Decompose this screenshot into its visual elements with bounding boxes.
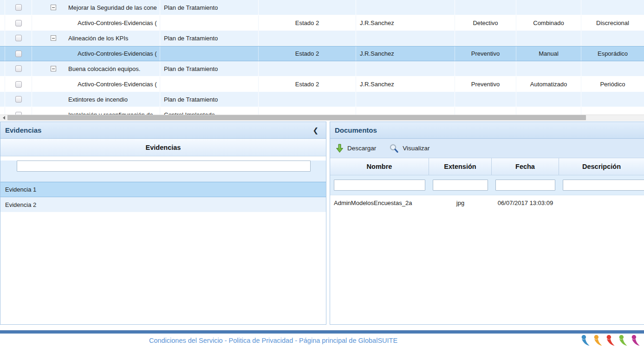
evidencia-label: Evidencia 1 — [5, 186, 36, 193]
row-name: Activo-Controles-Evidencias ( — [78, 19, 157, 26]
column-header-descripcion[interactable]: Descripción — [559, 158, 644, 175]
frecuencia-cell — [581, 107, 644, 115]
evidencia-label: Evidencia 2 — [5, 201, 36, 208]
evidencia-row-selected[interactable]: Evidencia 1 — [0, 182, 326, 197]
filter-cell — [429, 175, 492, 195]
tipo-cell — [516, 61, 581, 76]
plan-cell — [160, 15, 259, 31]
table-row[interactable]: Activo-Controles-Evidencias ( Estado 2 J… — [0, 77, 644, 92]
column-header-label: Evidencias — [146, 144, 181, 151]
visualizar-button[interactable]: Visualizar — [389, 144, 429, 153]
table-row[interactable]: Activo-Controles-Evidencias ( Estado 2 J… — [0, 15, 644, 31]
plan-cell: Plan de Tratamiento — [160, 0, 259, 15]
column-header-extension[interactable]: Extensión — [429, 158, 492, 175]
plan-cell: Plan de Tratamiento — [160, 61, 259, 76]
column-header-nombre[interactable]: Nombre — [330, 158, 429, 175]
filter-input-nombre[interactable] — [334, 180, 425, 191]
frecuencia-cell — [581, 61, 644, 76]
table-row[interactable]: Instalación y reconfiguración de Control… — [0, 107, 644, 115]
documentos-toolbar: Descargar Visualizar — [330, 139, 644, 158]
row-checkbox[interactable] — [15, 35, 22, 41]
tipo-cell — [516, 31, 581, 45]
download-arrow-icon — [336, 144, 344, 153]
naturaleza-cell — [455, 0, 516, 15]
table-row[interactable]: Buena colocación equipos. Plan de Tratam… — [0, 61, 644, 77]
documentos-panel: Documentos Descargar Visualizar Nombre E… — [330, 122, 644, 325]
evidencias-filter-input[interactable] — [17, 161, 311, 172]
row-checkbox[interactable] — [15, 96, 22, 103]
checkbox-cell — [5, 46, 32, 61]
naturaleza-cell: Detectivo — [455, 15, 516, 31]
row-margin — [0, 92, 5, 107]
globalsuite-figure-icon[interactable] — [593, 334, 603, 347]
row-checkbox[interactable] — [15, 4, 22, 11]
horizontal-scrollbar[interactable] — [0, 115, 644, 121]
descargar-label: Descargar — [347, 145, 376, 152]
footer-separator: - — [223, 337, 229, 344]
collapse-minus-icon[interactable] — [51, 5, 56, 10]
table-row[interactable]: Mejorar la Seguridad de las cone Plan de… — [0, 0, 644, 15]
responsable-cell — [356, 61, 455, 76]
row-name: Activo-Controles-Evidencias ( — [78, 81, 157, 88]
row-checkbox[interactable] — [15, 51, 22, 57]
table-row-selected[interactable]: Activo-Controles-Evidencias ( Estado 2 J… — [0, 46, 644, 61]
frecuencia-cell — [581, 92, 644, 107]
tipo-cell — [516, 92, 581, 107]
name-cell: Activo-Controles-Evidencias ( — [32, 15, 160, 31]
documento-row[interactable]: AdminModelosEncuestas_2a jpg 06/07/2017 … — [330, 195, 644, 211]
globalsuite-figure-icon[interactable] — [618, 334, 628, 347]
filter-cell — [492, 175, 559, 195]
collapse-chevron-icon[interactable]: ❮ — [312, 127, 319, 134]
row-margin — [0, 31, 5, 45]
row-checkbox[interactable] — [15, 81, 22, 88]
globalsuite-figure-icon[interactable] — [631, 334, 640, 347]
footer-divider-bar — [0, 330, 644, 334]
responsable-cell: J.R.Sanchez — [356, 15, 455, 31]
controls-grid: Mejorar la Seguridad de las cone Plan de… — [0, 0, 644, 115]
checkbox-cell — [5, 92, 32, 107]
footer-link-condiciones[interactable]: Condiciones del Servicio — [149, 337, 223, 344]
row-margin — [0, 15, 5, 31]
plan-cell — [160, 46, 259, 61]
frecuencia-cell — [581, 0, 644, 15]
plan-cell: Plan de Tratamiento — [160, 31, 259, 45]
responsable-cell — [356, 31, 455, 45]
tipo-cell: Automatizado — [516, 77, 581, 92]
footer-links: Condiciones del Servicio - Politica de P… — [0, 337, 546, 344]
naturaleza-cell: Preventivo — [455, 46, 516, 61]
column-header-fecha[interactable]: Fecha — [492, 158, 559, 175]
name-cell: Instalación y reconfiguración de — [32, 107, 160, 115]
evidencias-column-header[interactable]: Evidencias — [0, 139, 326, 156]
plan-cell: Control Implantado — [160, 107, 259, 115]
footer-link-privacidad[interactable]: Politica de Privacidad — [229, 337, 293, 344]
panel-title: Evidencias — [5, 126, 41, 134]
filter-input-extension[interactable] — [433, 180, 488, 191]
footer: Condiciones del Servicio - Politica de P… — [0, 334, 644, 347]
row-margin — [0, 107, 5, 115]
documento-extension: jpg — [429, 195, 492, 211]
magnifier-icon — [389, 144, 399, 153]
table-row[interactable]: Alineación de los KPIs Plan de Tratamien… — [0, 31, 644, 46]
scrollbar-thumb[interactable] — [7, 115, 586, 120]
evidencia-row[interactable]: Evidencia 2 — [0, 197, 326, 212]
collapse-minus-icon[interactable] — [51, 66, 56, 71]
checkbox-cell — [5, 15, 32, 31]
row-name: Alineación de los KPIs — [68, 35, 128, 42]
globalsuite-figure-icon[interactable] — [606, 334, 615, 347]
table-row[interactable]: Extintores de incendio Plan de Tratamien… — [0, 92, 644, 107]
row-checkbox[interactable] — [15, 65, 22, 72]
collapse-minus-icon[interactable] — [51, 35, 56, 41]
frecuencia-cell: Periódico — [581, 77, 644, 92]
globalsuite-figure-icon[interactable] — [581, 334, 590, 347]
estado-cell — [259, 107, 356, 115]
filter-input-descripcion[interactable] — [563, 180, 644, 191]
frecuencia-cell: Discrecional — [581, 15, 644, 31]
filter-input-fecha[interactable] — [495, 180, 555, 191]
descargar-button[interactable]: Descargar — [336, 144, 376, 153]
footer-link-globalsuite[interactable]: Página principal de GlobalSUITE — [299, 337, 397, 344]
documentos-column-headers: Nombre Extensión Fecha Descripción — [330, 158, 644, 175]
filter-cell — [559, 175, 644, 195]
naturaleza-cell — [455, 31, 516, 45]
scroll-left-arrow-icon[interactable] — [0, 115, 7, 120]
row-checkbox[interactable] — [15, 20, 22, 26]
